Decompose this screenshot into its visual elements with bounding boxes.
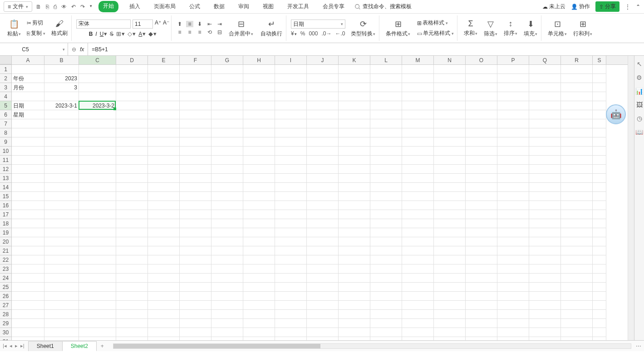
cell-R16[interactable]	[561, 201, 593, 210]
cell-N26[interactable]	[434, 292, 466, 301]
align-center-icon[interactable]: ≡	[186, 29, 193, 35]
cell-I19[interactable]	[275, 228, 307, 237]
cell-P20[interactable]	[497, 237, 529, 246]
cell-K19[interactable]	[339, 228, 370, 237]
cell-D18[interactable]	[116, 219, 148, 228]
more-icon[interactable]: ⋮	[625, 4, 630, 10]
cell-N10[interactable]	[434, 147, 466, 156]
cell-P11[interactable]	[497, 156, 529, 165]
cell-S14[interactable]	[593, 183, 606, 192]
cell-B6[interactable]	[44, 110, 79, 119]
cell-Q3[interactable]	[529, 83, 561, 92]
cell-C4[interactable]	[79, 92, 116, 101]
cell-Q8[interactable]	[529, 128, 561, 137]
cell-R9[interactable]	[561, 137, 593, 147]
cell-L18[interactable]	[370, 219, 402, 228]
cell-C11[interactable]	[79, 156, 116, 165]
cell-S6[interactable]	[593, 110, 606, 119]
cell-H21[interactable]	[243, 246, 275, 255]
cell-B31[interactable]	[44, 337, 79, 340]
cell-K27[interactable]	[339, 301, 370, 310]
cell-E1[interactable]	[148, 65, 180, 74]
cell-E12[interactable]	[148, 165, 180, 174]
cell-P17[interactable]	[497, 210, 529, 219]
cell-S16[interactable]	[593, 201, 606, 210]
cell-K9[interactable]	[339, 137, 370, 147]
distribute-icon[interactable]: ⊟	[216, 29, 223, 35]
fill-button[interactable]: ⬇填充▾	[522, 18, 539, 39]
cell-L2[interactable]	[370, 74, 402, 83]
collapse-ribbon-icon[interactable]: ⌃	[636, 4, 640, 10]
cell-S2[interactable]	[593, 74, 606, 83]
cell-L23[interactable]	[370, 264, 402, 274]
cell-I14[interactable]	[275, 183, 307, 192]
row-header-1[interactable]: 1	[0, 65, 11, 74]
bold-button[interactable]: B	[89, 30, 93, 37]
cell-R14[interactable]	[561, 183, 593, 192]
cell-M20[interactable]	[402, 237, 434, 246]
cell-M7[interactable]	[402, 119, 434, 128]
cell-S21[interactable]	[593, 246, 606, 255]
preview-icon[interactable]: 👁	[61, 4, 67, 10]
cell-E11[interactable]	[148, 156, 180, 165]
cell-Q27[interactable]	[529, 301, 561, 310]
cell-K7[interactable]	[339, 119, 370, 128]
cell-J9[interactable]	[307, 137, 339, 147]
cell-N4[interactable]	[434, 92, 466, 101]
cell-E9[interactable]	[148, 137, 180, 147]
cell-C29[interactable]	[79, 319, 116, 328]
cell-A22[interactable]	[12, 255, 44, 264]
cell-A3[interactable]: 月份	[12, 83, 44, 92]
cell-A2[interactable]: 年份	[12, 74, 44, 83]
row-header-22[interactable]: 22	[0, 255, 11, 264]
cell-H1[interactable]	[243, 65, 275, 74]
cell-N31[interactable]	[434, 337, 466, 340]
cell-E26[interactable]	[148, 292, 180, 301]
cell-O31[interactable]	[466, 337, 497, 340]
select-all-corner[interactable]	[0, 56, 12, 64]
cell-O10[interactable]	[466, 147, 497, 156]
cell-S8[interactable]	[593, 128, 606, 137]
cell-J1[interactable]	[307, 65, 339, 74]
cell-I15[interactable]	[275, 192, 307, 201]
cell-D6[interactable]	[116, 110, 148, 119]
cell-L29[interactable]	[370, 319, 402, 328]
cell-K28[interactable]	[339, 310, 370, 319]
cell-O7[interactable]	[466, 119, 497, 128]
cell-J13[interactable]	[307, 174, 339, 183]
cell-N21[interactable]	[434, 246, 466, 255]
cell-F20[interactable]	[180, 237, 211, 246]
cell-S9[interactable]	[593, 137, 606, 147]
cell-B21[interactable]	[44, 246, 79, 255]
cell-G19[interactable]	[211, 228, 243, 237]
cell-C8[interactable]	[79, 128, 116, 137]
row-header-30[interactable]: 30	[0, 328, 11, 337]
cell-M22[interactable]	[402, 255, 434, 264]
cell-A21[interactable]	[12, 246, 44, 255]
underline-button[interactable]: U▾	[100, 30, 108, 37]
cell-K14[interactable]	[339, 183, 370, 192]
cell-D25[interactable]	[116, 283, 148, 292]
cell-H27[interactable]	[243, 301, 275, 310]
name-box[interactable]: ▾	[0, 43, 68, 55]
tab-会员专享[interactable]: 会员专享	[320, 1, 347, 12]
cell-L19[interactable]	[370, 228, 402, 237]
cell-S22[interactable]	[593, 255, 606, 264]
cell-O4[interactable]	[466, 92, 497, 101]
cell-C30[interactable]	[79, 328, 116, 337]
font-name-select[interactable]	[76, 20, 131, 29]
cell-K16[interactable]	[339, 201, 370, 210]
cell-P16[interactable]	[497, 201, 529, 210]
cell-F6[interactable]	[180, 110, 211, 119]
fill-color-button[interactable]: ◇▾	[128, 30, 136, 37]
tab-页面布局[interactable]: 页面布局	[151, 1, 178, 12]
align-right-icon[interactable]: ≡	[196, 29, 203, 35]
cell-K13[interactable]	[339, 174, 370, 183]
row-header-2[interactable]: 2	[0, 74, 11, 83]
cell-M27[interactable]	[402, 301, 434, 310]
cell-C13[interactable]	[79, 174, 116, 183]
cell-B20[interactable]	[44, 237, 79, 246]
cell-Q25[interactable]	[529, 283, 561, 292]
cell-A9[interactable]	[12, 137, 44, 147]
align-top-icon[interactable]: ⬆	[176, 21, 183, 27]
